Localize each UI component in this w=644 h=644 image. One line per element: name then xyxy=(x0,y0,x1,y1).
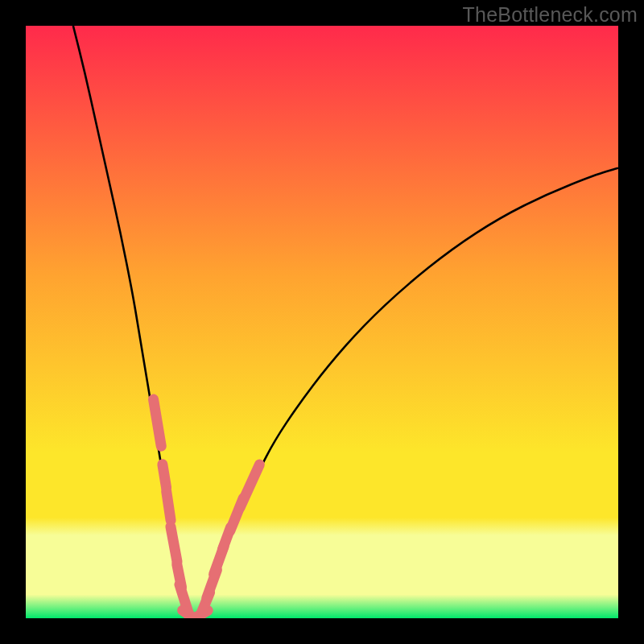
chart-svg xyxy=(26,26,618,618)
marker-blob xyxy=(163,464,167,488)
marker-blob xyxy=(171,526,177,561)
watermark-text: TheBottleneck.com xyxy=(463,3,638,27)
marker-blob xyxy=(167,491,171,520)
plot-area xyxy=(26,26,618,618)
chart-frame: TheBottleneck.com xyxy=(0,0,644,644)
gradient-background xyxy=(26,26,618,618)
